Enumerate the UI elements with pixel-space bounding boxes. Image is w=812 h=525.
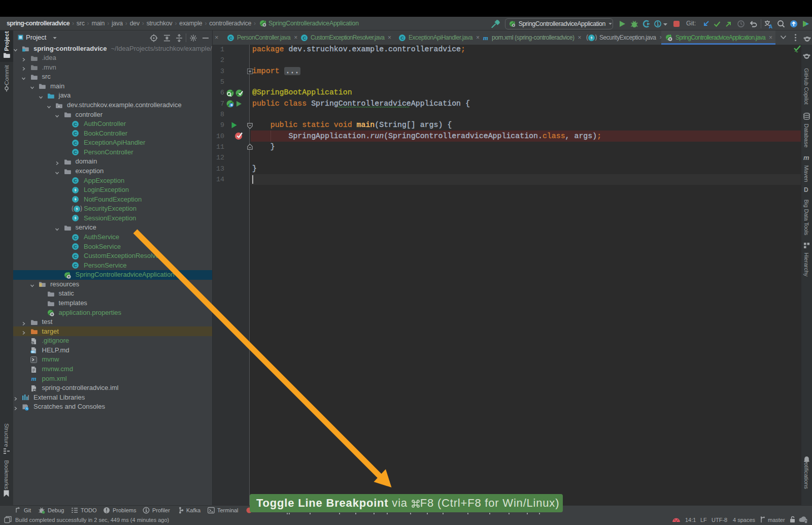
svg-text:m: m bbox=[483, 35, 488, 41]
svg-text:A: A bbox=[769, 24, 772, 29]
svg-text:m: m bbox=[31, 375, 36, 382]
svg-text:MD: MD bbox=[31, 351, 35, 353]
